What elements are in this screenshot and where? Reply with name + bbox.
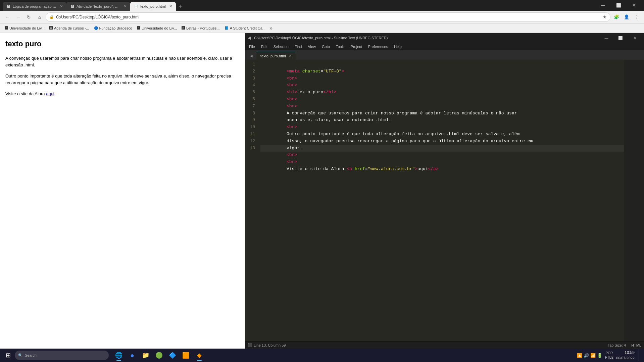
minimize-button[interactable]: — bbox=[596, 0, 610, 11]
browser-tab-2[interactable]: 🅰 Atividade "texto_puro", apen... ✕ bbox=[66, 2, 130, 11]
bookmark-4[interactable]: 🅰 Universidade do Liv... bbox=[135, 25, 179, 31]
taskbar-app-excel[interactable]: 🟢 bbox=[153, 349, 165, 361]
taskbar-app-edge[interactable]: 🌐 bbox=[113, 349, 125, 361]
tab-close-3[interactable]: ✕ bbox=[169, 4, 172, 9]
sublime-editor[interactable]: 12345 678910 111213 <meta charset="UTF-8… bbox=[245, 60, 644, 341]
menu-help[interactable]: Help bbox=[391, 43, 404, 50]
status-right: Tab Size: 4 HTML bbox=[608, 343, 641, 347]
bookmark-label-2: Agenda de cursos -... bbox=[54, 26, 89, 30]
sublime-app-icon: ◀ bbox=[248, 36, 251, 40]
start-button[interactable]: ⊞ bbox=[3, 350, 13, 361]
bookmark-favicon-5: 🅰 bbox=[182, 26, 185, 30]
clock-date: 06/07/2022 bbox=[616, 356, 635, 361]
show-desktop-button[interactable] bbox=[639, 349, 641, 361]
new-tab-button[interactable]: + bbox=[176, 2, 185, 11]
taskbar: ⊞ 🔍 Search 🌐 ● 📁 🟢 🔷 🟧 ◆ 🔼 🔊 📶 bbox=[0, 349, 644, 362]
maximize-button[interactable]: ⬜ bbox=[611, 0, 626, 11]
code-line-7: A convenção que usaremos para criar noss… bbox=[260, 103, 624, 110]
tab-label-3: texto_puro.html bbox=[140, 4, 166, 8]
tab-close-2[interactable]: ✕ bbox=[123, 4, 127, 9]
browser-title-bar: 🅰 Lógica de programação b: crie... ✕ 🅰 A… bbox=[0, 0, 644, 11]
page-para3-text: Visite o site da Alura bbox=[5, 91, 46, 96]
address-text: C:/Users/PC/Desktop/LÓGICA/texto_puro.ht… bbox=[56, 15, 601, 19]
home-button[interactable]: ⌂ bbox=[35, 12, 44, 22]
close-button[interactable]: ✕ bbox=[627, 0, 641, 11]
bookmark-5[interactable]: 🅰 Letras - Português... bbox=[180, 25, 222, 31]
main-layout: texto puro A convenção que usaremos para… bbox=[0, 33, 644, 349]
menu-preferences[interactable]: Preferences bbox=[365, 43, 391, 50]
sublime-maximize[interactable]: ⬜ bbox=[614, 33, 627, 43]
panel-toggle[interactable]: ◀ bbox=[248, 52, 255, 60]
browser-tab-3[interactable]: 📄 texto_puro.html ✕ bbox=[130, 2, 176, 11]
extensions-icon[interactable]: 🧩 bbox=[612, 12, 621, 22]
taskbar-right: 🔼 🔊 📶 🔋 PORPTB2 10:59 06/07/2022 bbox=[577, 349, 641, 361]
tab-favicon-1: 🅰 bbox=[6, 4, 11, 9]
status-syntax: HTML bbox=[631, 343, 641, 347]
sublime-tab-bar: ◀ texto_puro.html ✕ bbox=[245, 50, 644, 60]
bookmark-favicon-2: 🅰 bbox=[49, 26, 53, 30]
menu-file[interactable]: File bbox=[246, 43, 258, 50]
taskbar-app-chrome[interactable]: ● bbox=[126, 349, 138, 361]
code-line-14: <br> bbox=[260, 152, 624, 159]
page-paragraph-2: Outro ponto importante é que toda altera… bbox=[5, 73, 240, 86]
bookmark-6[interactable]: 📘 A Student Credit Ca... bbox=[222, 25, 267, 31]
tray-arrow-icon[interactable]: 🔼 bbox=[577, 353, 582, 358]
browser-tab-1[interactable]: 🅰 Lógica de programação b: crie... ✕ bbox=[3, 2, 66, 11]
bookmark-1[interactable]: 🅰 Universidade do Liv... bbox=[3, 25, 47, 31]
bookmark-3[interactable]: 🔵 Fundação Bradesco bbox=[92, 25, 134, 31]
clock-time: 10:59 bbox=[616, 350, 635, 356]
alura-link[interactable]: aqui bbox=[46, 91, 54, 96]
files-icon: 📁 bbox=[142, 352, 149, 359]
bookmark-favicon-6: 📘 bbox=[225, 26, 229, 30]
status-left: ⬛ Line 13, Column 59 bbox=[248, 343, 286, 347]
menu-tools[interactable]: Tools bbox=[333, 43, 347, 50]
battery-icon[interactable]: 🔋 bbox=[597, 353, 602, 358]
taskbar-app-word[interactable]: 🔷 bbox=[166, 349, 179, 361]
back-button[interactable]: ← bbox=[3, 12, 12, 22]
menu-edit[interactable]: Edit bbox=[258, 43, 270, 50]
sublime-menu-bar: File Edit Selection Find View Goto Tools… bbox=[245, 43, 644, 50]
tab-strip: 🅰 Lógica de programação b: crie... ✕ 🅰 A… bbox=[3, 0, 594, 11]
bookmark-favicon-3: 🔵 bbox=[94, 26, 98, 30]
code-line-1: <meta charset="UTF-8"> bbox=[260, 61, 624, 68]
menu-project[interactable]: Project bbox=[348, 43, 365, 50]
page-paragraph-1: A convenção que usaremos para criar noss… bbox=[5, 55, 240, 68]
menu-goto[interactable]: Goto bbox=[319, 43, 333, 50]
taskbar-app-sublime[interactable]: ◆ bbox=[193, 349, 205, 361]
bookmark-label-5: Letras - Português... bbox=[186, 26, 220, 30]
profile-icon[interactable]: 👤 bbox=[622, 12, 631, 22]
forward-button[interactable]: → bbox=[13, 12, 23, 22]
tab-favicon-3: 📄 bbox=[134, 4, 138, 9]
network-icon[interactable]: 📶 bbox=[590, 353, 596, 358]
system-clock[interactable]: 10:59 06/07/2022 bbox=[616, 350, 635, 361]
code-line-4: <h1>texto puro</h1> bbox=[260, 82, 624, 89]
sublime-tab-label-1: texto_puro.html bbox=[260, 54, 286, 58]
sublime-tab-close-1[interactable]: ✕ bbox=[289, 54, 292, 58]
code-line-15: Visite o site da Alura <a href="www.alur… bbox=[260, 159, 624, 166]
bookmark-label-1: Universidade do Liv... bbox=[9, 26, 45, 30]
volume-icon[interactable]: 🔊 bbox=[584, 353, 589, 358]
bookmarks-more-button[interactable]: » bbox=[269, 25, 273, 31]
bookmark-2[interactable]: 🅰 Agenda de cursos -... bbox=[47, 25, 91, 31]
tab-close-1[interactable]: ✕ bbox=[60, 4, 63, 9]
menu-view[interactable]: View bbox=[305, 43, 318, 50]
sublime-minimize[interactable]: — bbox=[600, 33, 613, 43]
page-paragraph-3: Visite o site da Alura aqui bbox=[5, 91, 240, 97]
taskbar-app-6[interactable]: 🟧 bbox=[180, 349, 192, 361]
start-icon: ⊞ bbox=[6, 352, 11, 359]
sublime-tab-1[interactable]: texto_puro.html ✕ bbox=[256, 52, 296, 60]
word-icon: 🔷 bbox=[169, 352, 176, 359]
edge-icon: 🌐 bbox=[115, 352, 122, 359]
sublime-minimap bbox=[624, 60, 644, 341]
tab-label-2: Atividade "texto_puro", apen... bbox=[77, 4, 120, 8]
more-options-icon[interactable]: ⋮ bbox=[632, 12, 641, 22]
taskbar-app-files[interactable]: 📁 bbox=[140, 349, 152, 361]
refresh-button[interactable]: ↻ bbox=[24, 12, 34, 22]
sublime-close[interactable]: ✕ bbox=[628, 33, 641, 43]
address-bar[interactable]: 🔒 C:/Users/PC/Desktop/LÓGICA/texto_puro.… bbox=[46, 12, 610, 22]
sublime-title-bar: ◀ C:\Users\PC\Desktop\LÓGICA\texto_puro.… bbox=[245, 33, 644, 43]
taskbar-search[interactable]: 🔍 Search bbox=[15, 351, 109, 360]
menu-selection[interactable]: Selection bbox=[271, 43, 291, 50]
code-area[interactable]: <meta charset="UTF-8"> <br> <br> <h1>tex… bbox=[257, 60, 624, 341]
menu-find[interactable]: Find bbox=[292, 43, 304, 50]
